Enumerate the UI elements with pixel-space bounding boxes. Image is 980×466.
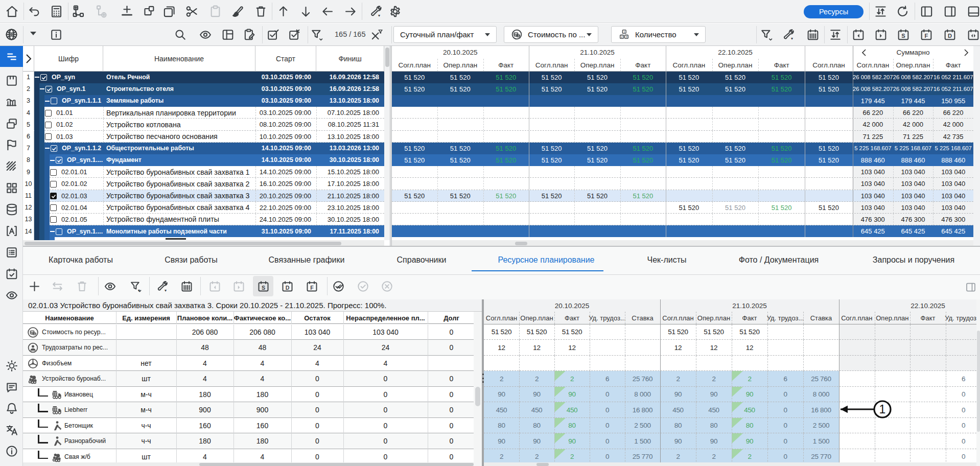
svg-text:F: F (925, 33, 928, 39)
svg-text:S: S (901, 33, 905, 39)
svg-text:1: 1 (623, 30, 625, 33)
svg-text:3: 3 (625, 35, 627, 38)
svg-text:D: D (286, 285, 290, 291)
svg-text:2: 2 (621, 35, 623, 38)
svg-text:1: 1 (879, 403, 886, 416)
svg-text:F: F (310, 285, 314, 291)
svg-text:D: D (948, 33, 952, 39)
svg-text:S: S (262, 285, 265, 291)
